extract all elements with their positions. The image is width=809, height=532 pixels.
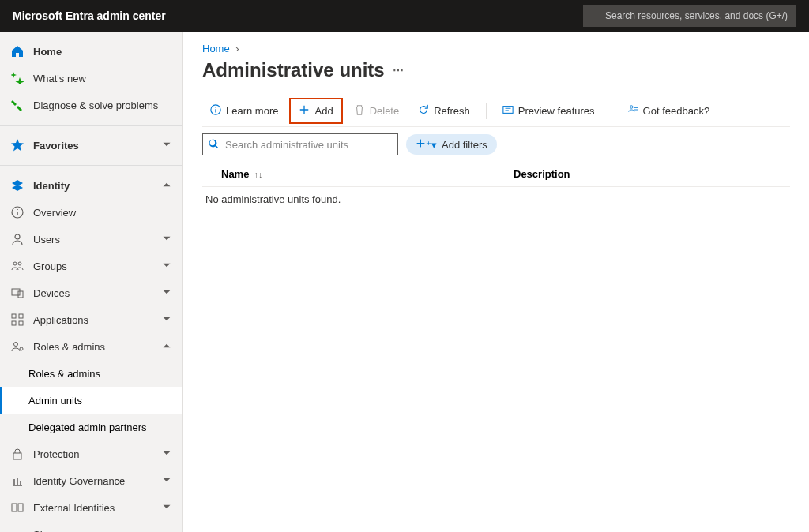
chevron-up-icon bbox=[162, 341, 171, 353]
nav-favorites[interactable]: Favorites bbox=[0, 132, 182, 159]
info-icon bbox=[210, 104, 221, 118]
nav-devices[interactable]: Devices bbox=[0, 279, 182, 306]
delete-label: Delete bbox=[370, 105, 400, 117]
svg-rect-14 bbox=[18, 504, 23, 511]
toolbar-separator bbox=[486, 103, 487, 119]
svg-rect-12 bbox=[13, 453, 21, 459]
nav-roles-admins[interactable]: Roles & admins bbox=[0, 333, 182, 360]
breadcrumb-home[interactable]: Home bbox=[202, 43, 230, 54]
add-filters-button[interactable]: ⁺▾ Add filters bbox=[406, 134, 497, 155]
nav-sub-roles-admins[interactable]: Roles & admins bbox=[0, 360, 182, 387]
add-filters-label: Add filters bbox=[442, 139, 487, 151]
nav-whats-new[interactable]: What's new bbox=[0, 65, 182, 92]
svg-point-2 bbox=[13, 262, 17, 265]
breadcrumb-sep: › bbox=[235, 43, 239, 54]
chevron-down-icon bbox=[162, 314, 171, 326]
toolbar-separator-2 bbox=[611, 103, 611, 119]
svg-rect-7 bbox=[19, 314, 23, 318]
nav-roles-admins-label: Roles & admins bbox=[33, 341, 105, 353]
nav-show-more[interactable]: Show more bbox=[0, 521, 182, 532]
svg-rect-9 bbox=[19, 321, 23, 325]
nav-applications[interactable]: Applications bbox=[0, 306, 182, 333]
preview-features-button[interactable]: Preview features bbox=[495, 99, 603, 122]
roles-icon bbox=[11, 340, 24, 353]
nav-identity-label: Identity bbox=[33, 180, 70, 192]
governance-icon bbox=[11, 474, 24, 487]
nav-groups[interactable]: Groups bbox=[0, 253, 182, 279]
nav-applications-label: Applications bbox=[33, 314, 88, 326]
filter-bar: ⁺▾ Add filters bbox=[202, 133, 790, 155]
global-search-input[interactable] bbox=[583, 5, 796, 27]
refresh-button[interactable]: Refresh bbox=[410, 99, 478, 122]
nav-groups-label: Groups bbox=[33, 260, 67, 272]
sort-icon: ↑↓ bbox=[254, 170, 262, 179]
nav-external-identities[interactable]: External Identities bbox=[0, 494, 182, 521]
home-icon bbox=[11, 45, 24, 58]
preview-icon bbox=[502, 104, 514, 118]
preview-label: Preview features bbox=[518, 105, 595, 117]
nav-users[interactable]: Users bbox=[0, 226, 182, 253]
nav-identity[interactable]: Identity bbox=[0, 172, 182, 199]
sparkle-icon bbox=[11, 72, 24, 84]
nav-home-label: Home bbox=[33, 46, 62, 58]
more-icon bbox=[11, 528, 24, 532]
group-icon bbox=[11, 260, 24, 272]
plus-icon bbox=[299, 104, 310, 118]
refresh-label: Refresh bbox=[434, 105, 470, 117]
svg-rect-13 bbox=[12, 504, 17, 511]
svg-point-1 bbox=[15, 234, 20, 239]
page-title: Administrative units bbox=[202, 59, 385, 81]
nav-whats-new-label: What's new bbox=[33, 73, 86, 84]
nav-identity-governance[interactable]: Identity Governance bbox=[0, 467, 182, 494]
diagnose-icon bbox=[11, 99, 24, 111]
nav-home[interactable]: Home bbox=[0, 38, 182, 65]
nav-diagnose-label: Diagnose & solve problems bbox=[33, 99, 158, 111]
chevron-down-icon bbox=[162, 287, 171, 299]
column-description[interactable]: Description bbox=[514, 168, 790, 180]
nav-divider-2 bbox=[0, 165, 182, 166]
apps-icon bbox=[11, 313, 24, 326]
add-button[interactable]: Add bbox=[289, 98, 342, 124]
external-icon bbox=[11, 501, 24, 514]
svg-point-3 bbox=[18, 262, 21, 265]
info-icon bbox=[11, 206, 24, 219]
filter-icon: ⁺▾ bbox=[416, 138, 437, 151]
chevron-up-icon bbox=[162, 180, 171, 192]
learn-more-label: Learn more bbox=[226, 105, 278, 117]
svg-rect-6 bbox=[12, 314, 16, 318]
search-units-input[interactable] bbox=[202, 133, 398, 155]
feedback-button[interactable]: Got feedback? bbox=[619, 99, 718, 122]
nav-diagnose[interactable]: Diagnose & solve problems bbox=[0, 92, 182, 118]
more-icon[interactable]: ⋯ bbox=[393, 64, 404, 77]
top-bar: Microsoft Entra admin center bbox=[0, 0, 809, 32]
chevron-down-icon bbox=[162, 448, 171, 460]
empty-state-message: No administrative units found. bbox=[202, 187, 790, 212]
lock-icon bbox=[11, 448, 24, 460]
nav-protection[interactable]: Protection bbox=[0, 440, 182, 467]
learn-more-button[interactable]: Learn more bbox=[202, 99, 286, 122]
global-search-wrap bbox=[583, 5, 796, 27]
refresh-icon bbox=[418, 104, 429, 118]
search-icon bbox=[209, 139, 219, 149]
devices-icon bbox=[11, 287, 24, 299]
nav-overview[interactable]: Overview bbox=[0, 199, 182, 226]
nav-sub-admin-units[interactable]: Admin units bbox=[0, 387, 182, 414]
svg-rect-5 bbox=[18, 291, 23, 298]
svg-point-20 bbox=[630, 106, 633, 109]
sidebar: Home What's new Diagnose & solve problem… bbox=[0, 32, 183, 532]
nav-divider bbox=[0, 125, 182, 126]
column-name[interactable]: Name ↑↓ bbox=[221, 168, 514, 180]
chevron-down-icon bbox=[162, 260, 171, 272]
svg-rect-19 bbox=[503, 107, 513, 114]
svg-point-11 bbox=[20, 347, 23, 350]
chevron-down-icon bbox=[162, 502, 171, 514]
star-icon bbox=[11, 139, 24, 152]
nav-external-label: External Identities bbox=[33, 502, 115, 514]
nav-sub-delegated[interactable]: Delegated admin partners bbox=[0, 414, 182, 440]
chevron-down-icon bbox=[162, 475, 171, 487]
search-units-wrap bbox=[202, 133, 398, 155]
page-title-row: Administrative units ⋯ bbox=[202, 59, 790, 81]
app-title: Microsoft Entra admin center bbox=[13, 9, 583, 22]
nav-show-more-label: Show more bbox=[33, 529, 85, 533]
nav-identity-gov-label: Identity Governance bbox=[33, 475, 125, 487]
